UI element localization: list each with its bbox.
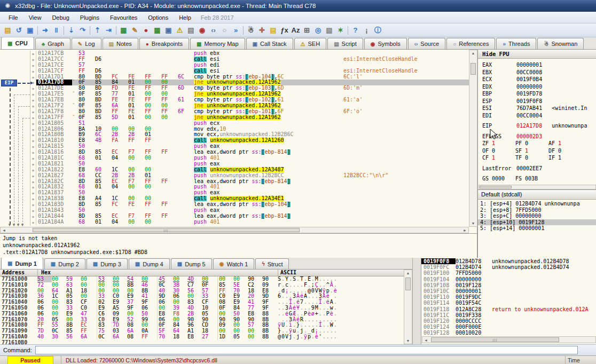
menu-item-view[interactable]: View — [23, 13, 47, 22]
command-input[interactable] — [35, 346, 578, 354]
argument-row[interactable]: 2: [esp+8] 7FFD5000 — [478, 207, 596, 213]
tab-notes[interactable]: ▤Notes — [103, 38, 138, 49]
panel-splitter[interactable] — [412, 258, 421, 344]
disasm-row[interactable]: ◉012A1822E8601C0000call unknownunpacked.… — [30, 167, 469, 173]
breakpoints-window-icon[interactable]: ● — [140, 25, 152, 36]
stack-horizontal-scrollbar[interactable]: ◄ ΙΙΙ — [422, 336, 596, 343]
references-window-icon[interactable]: ○ — [219, 25, 230, 36]
comments-icon[interactable]: ▤ — [268, 25, 279, 36]
tab-dump-4[interactable]: ▦Dump 4 — [129, 258, 170, 269]
tab-call-stack[interactable]: ▣Call Stack — [246, 38, 293, 49]
scroll-thumb[interactable] — [480, 186, 512, 188]
calling-convention-select[interactable]: Default (stdcall) — [478, 190, 596, 200]
register-row[interactable]: EFLAGS000002D3 — [482, 133, 596, 140]
dump-row[interactable]: 771610600600E947C6090050E8F82B050050E888… — [0, 311, 404, 317]
disasm-row[interactable]: ◉012A182768CC2B2B01push unknownunpacked.… — [30, 173, 469, 179]
symbols-window-icon[interactable]: ◉ — [197, 25, 208, 36]
tab-references[interactable]: ○References — [446, 38, 495, 49]
disasm-row[interactable]: ◉012A17CB53push ebx — [30, 51, 469, 57]
disasm-row[interactable]: ◉012A183750push eax — [30, 190, 469, 196]
tab-struct[interactable]: ϟStruct — [255, 258, 289, 269]
call-arguments-panel[interactable]: Default (stdcall) 1: [esp+4] 012B4D74 un… — [477, 189, 596, 258]
tab-cpu[interactable]: ▦CPU — [1, 37, 34, 49]
tab-threads[interactable]: »Threads — [496, 38, 536, 49]
menu-item-file[interactable]: File — [3, 13, 23, 22]
tab-log[interactable]: ✎Log — [72, 38, 101, 49]
tab-dump-3[interactable]: ▦Dump 3 — [87, 258, 128, 269]
scroll-thumb[interactable] — [470, 63, 476, 75]
disasm-row[interactable]: ◉012A17DE80BDFDFEFFFF6Dcmp byte ptr ss:[… — [30, 85, 469, 91]
disasm-row[interactable]: ◉012A183D8D85FCFEFFFFlea eax,dword ptr s… — [30, 202, 469, 208]
memory-map-window-icon[interactable]: ▦ — [152, 25, 163, 36]
script-window-icon[interactable]: ▤ — [185, 25, 197, 36]
stack-row[interactable]: 0019F1007FFD5000 — [421, 270, 596, 276]
step-into-icon[interactable]: ⇣ — [66, 25, 77, 36]
register-row[interactable]: ZF 1PF 0AF 1 — [482, 140, 596, 147]
menu-item-options[interactable]: Options — [143, 13, 174, 22]
title-bar[interactable]: ✺ x32dbg - File: UnknownUnpacked.exe - P… — [0, 0, 596, 12]
help-icon[interactable]: ? — [350, 25, 361, 36]
stack-row[interactable]: 0019F1200000CCCC — [421, 318, 596, 324]
disasm-row[interactable]: ◉012A17D8ˇ0F8584010000jne unknownunpacke… — [30, 80, 469, 85]
menu-item-help[interactable]: Help — [174, 13, 197, 22]
disasm-row[interactable]: ◉012A17F2ˇ0F856A010000jne unknownunpacke… — [30, 103, 469, 109]
scroll-thumb[interactable]: ΙΙΙ — [33, 228, 300, 232]
preferences-az-icon[interactable]: Az — [290, 25, 301, 36]
tab-seh[interactable]: ⚠SEH — [294, 38, 327, 49]
register-row[interactable]: EAX00000001 — [482, 61, 596, 69]
stack-row[interactable]: 0019F10400000000 — [421, 276, 596, 282]
registers-panel[interactable]: Hide FPU EAX00000001EBX00CC0008ECX0019F0… — [477, 50, 596, 189]
register-row[interactable]: ESP0019F0F8 — [482, 98, 596, 105]
run-to-user-code-icon[interactable]: ⇥ — [103, 25, 114, 36]
menu-item-debug[interactable]: Debug — [46, 13, 74, 22]
disasm-row[interactable]: ◉012A1838E8A41C0000call unknownunpacked.… — [30, 196, 469, 202]
tab-graph[interactable]: ♣Graph — [35, 38, 70, 49]
dump-row[interactable]: 771610A04030566A0C6A08FF7018E8271D05008B… — [0, 334, 404, 340]
hide-fpu-button[interactable]: Hide FPU — [478, 50, 596, 59]
step-over-icon[interactable]: ↷ — [77, 25, 88, 36]
tab-breakpoints[interactable]: ●Breakpoints — [139, 38, 189, 49]
disasm-row[interactable]: ◉012A182150push eax — [30, 161, 469, 167]
cpu-window-icon[interactable]: ▦ — [118, 25, 129, 36]
register-row[interactable]: EDI00CC0004 — [482, 112, 596, 120]
tab-source[interactable]: ‹›Source — [408, 38, 446, 49]
register-row[interactable]: CF 1TF 0IF 1 — [482, 154, 596, 162]
disasm-row[interactable]: ◉012A181550push eax — [30, 144, 469, 149]
scroll-thumb[interactable]: ΙΙΙ — [431, 337, 559, 342]
disasm-row[interactable]: ◉012A1810E84BFAFFFFcall unknownunpacked.… — [30, 138, 469, 144]
about-info-icon[interactable]: ⓘ — [372, 25, 383, 36]
disasm-row[interactable]: ◉012A17CCFFD6call esiesi:InternetCloseHa… — [30, 57, 469, 62]
tab-dump-1[interactable]: ▦Dump 1 — [1, 258, 43, 269]
register-row[interactable]: EBX00CC0008 — [482, 69, 596, 76]
source-window-icon[interactable]: ‹› — [208, 25, 219, 36]
step-out-icon[interactable]: ⇡ — [92, 25, 103, 36]
register-row[interactable]: GS 0000FS 003B — [482, 175, 596, 183]
tab-script[interactable]: ▤Script — [327, 38, 363, 49]
argument-row[interactable]: 4: [esp+10] 0019F128 — [478, 219, 596, 226]
stack-row[interactable]: 0019F1140019F54C — [421, 300, 596, 306]
disassembly-vertical-scrollbar[interactable]: ▲ ▼ — [469, 50, 477, 227]
close-icon[interactable]: ▣ — [25, 25, 36, 36]
disasm-row[interactable]: ◉012A18326801040000push 401 — [30, 184, 469, 190]
debug-bug-icon[interactable]: ✶ — [335, 25, 346, 36]
disasm-row[interactable]: ◉012A17CFFFD6call esiesi:InternetCloseHa… — [30, 68, 469, 74]
disasm-row[interactable]: ◉012A184350push eax — [30, 208, 469, 213]
register-row[interactable]: LastError00002EE7 — [482, 165, 596, 172]
stack-row[interactable]: 0019F11C0019F338 — [421, 312, 596, 318]
register-row[interactable]: EBP0019FD78 — [482, 90, 596, 98]
stack-view[interactable]: 0019F0F8012B4D78unknownunpacked.012B4D78… — [421, 258, 596, 344]
disasm-row[interactable]: ◉012A18448D85ECF7FFFFlea eax,dword ptr s… — [30, 213, 469, 219]
seh-window-icon[interactable]: ⚠ — [174, 25, 185, 36]
argument-row[interactable]: 3: [esp+C] 00000000 — [478, 213, 596, 219]
scroll-down-icon[interactable]: ▼ — [404, 339, 412, 343]
stack-row[interactable]: 0019F118012A8C28return to unknownunpacke… — [421, 306, 596, 312]
scroll-right-icon[interactable]: ► — [463, 228, 467, 232]
stack-row[interactable]: 0019F1100019F9DC — [421, 294, 596, 300]
register-row[interactable]: OF 0SF 1DF 0 — [482, 147, 596, 155]
disasm-row[interactable]: ◉012A180551push ecx — [30, 121, 469, 126]
register-row[interactable]: ECX0019F0B4 — [482, 76, 596, 83]
threads-window-icon[interactable]: » — [230, 25, 241, 36]
disasm-row[interactable]: ◉012A182C8D85ECF7FFFFlea eax,dword ptr s… — [30, 179, 469, 185]
stack-row[interactable]: 0019F124000F000E — [421, 324, 596, 330]
registers-horizontal-scrollbar[interactable] — [479, 185, 596, 189]
